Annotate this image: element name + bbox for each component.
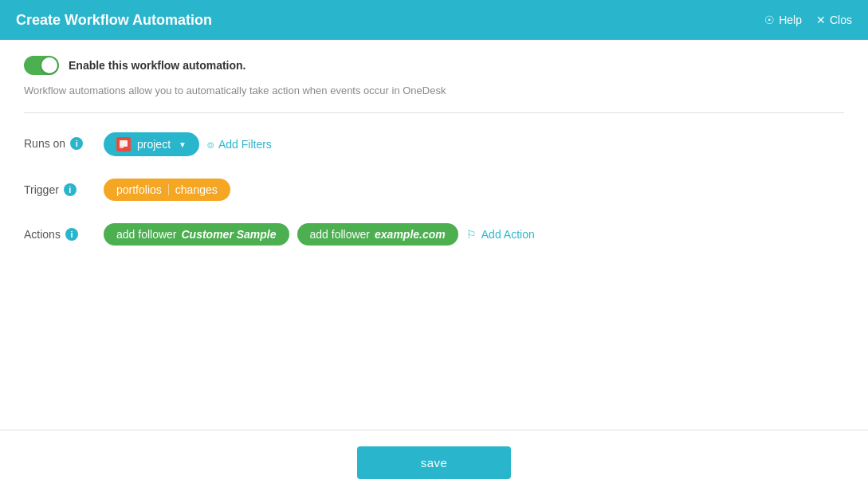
action-pill-1[interactable]: add follower Customer Sample xyxy=(104,223,289,246)
save-button[interactable]: save xyxy=(357,446,512,479)
trigger-pill[interactable]: portfolios changes xyxy=(104,179,230,201)
action-label-2: add follower xyxy=(310,228,371,241)
help-icon: ☉ xyxy=(764,14,775,26)
trigger-part2: changes xyxy=(175,183,218,196)
flag-icon: ⚐ xyxy=(466,228,477,241)
trigger-label: Trigger i xyxy=(24,179,104,196)
runs-on-dropdown[interactable]: project ▼ xyxy=(104,132,199,156)
enable-toggle[interactable] xyxy=(24,56,59,75)
actions-info-icon[interactable]: i xyxy=(65,228,78,241)
trigger-info-icon[interactable]: i xyxy=(64,183,77,196)
svg-rect-1 xyxy=(120,147,124,148)
chevron-down-icon: ▼ xyxy=(179,140,187,149)
trigger-row: Trigger i portfolios changes xyxy=(24,179,844,201)
trigger-separator xyxy=(168,184,169,195)
runs-on-row: Runs on i project ▼ ⌾ Add Filters xyxy=(24,132,844,156)
close-button[interactable]: ✕ Clos xyxy=(816,14,852,26)
close-icon: ✕ xyxy=(816,14,826,26)
action-value-1: Customer Sample xyxy=(182,228,277,241)
actions-row: Actions i add follower Customer Sample a… xyxy=(24,223,844,246)
modal-title: Create Workflow Automation xyxy=(16,12,212,29)
runs-on-label: Runs on i xyxy=(24,132,104,150)
description-text: Workflow automations allow you to automa… xyxy=(24,84,844,96)
action-value-2: example.com xyxy=(375,228,446,241)
help-button[interactable]: ☉ Help xyxy=(764,14,802,26)
add-action-button[interactable]: ⚐ Add Action xyxy=(466,228,535,241)
action-pill-2[interactable]: add follower example.com xyxy=(297,223,458,246)
filter-icon: ⌾ xyxy=(207,138,214,151)
action-label-1: add follower xyxy=(116,228,177,241)
trigger-part1: portfolios xyxy=(116,183,162,196)
runs-on-value: project xyxy=(137,138,171,151)
runs-on-info-icon[interactable]: i xyxy=(70,137,83,150)
divider xyxy=(24,112,844,113)
enable-label: Enable this workflow automation. xyxy=(69,59,245,72)
svg-rect-0 xyxy=(120,140,128,147)
actions-label: Actions i xyxy=(24,223,104,241)
add-filters-button[interactable]: ⌾ Add Filters xyxy=(207,138,272,151)
project-icon xyxy=(116,137,131,151)
